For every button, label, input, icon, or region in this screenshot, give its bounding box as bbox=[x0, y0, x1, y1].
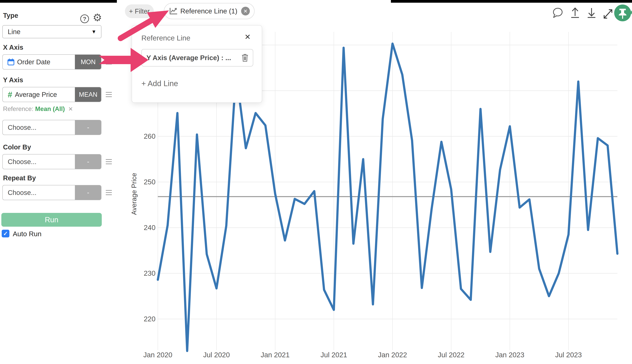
download-icon[interactable] bbox=[588, 8, 596, 18]
y-axis-field[interactable]: # Average Price MEAN bbox=[2, 87, 102, 102]
y-axis-heading: Y Axis bbox=[3, 76, 23, 84]
y-axis-title: Average Price bbox=[130, 173, 138, 215]
upload-icon[interactable] bbox=[571, 8, 579, 18]
x-tick-label: Jul 2021 bbox=[320, 351, 347, 359]
y-tick-label: 220 bbox=[144, 315, 156, 323]
reference-line-item-label: Y Axis (Average Price) : ... bbox=[146, 54, 242, 62]
x-axis-heading: X Axis bbox=[3, 44, 23, 51]
y-tick-label: 260 bbox=[144, 132, 156, 140]
expand-icon[interactable] bbox=[604, 10, 612, 18]
calendar-icon bbox=[7, 58, 15, 66]
popup-title: Reference Line bbox=[142, 34, 190, 42]
repeat-by-field[interactable]: Choose... - bbox=[2, 185, 102, 200]
reference-line-chip[interactable]: Reference Line (1) ✕ bbox=[164, 3, 254, 19]
x-tick-label: Jul 2020 bbox=[203, 351, 230, 359]
empty-aggregation-badge: - bbox=[75, 120, 102, 135]
run-button[interactable]: Run bbox=[1, 213, 102, 227]
x-axis-granularity-badge[interactable]: MON bbox=[75, 54, 102, 70]
chart-type-value: Line bbox=[8, 28, 20, 36]
x-axis-drag-handle[interactable] bbox=[106, 60, 112, 64]
y-axis-drag-handle[interactable] bbox=[106, 92, 112, 97]
chart-type-select[interactable]: Line ▼ bbox=[2, 25, 102, 38]
screen-edge-bar-left bbox=[0, 0, 117, 3]
y-axis-aggregation-badge[interactable]: MEAN bbox=[75, 87, 102, 102]
reference-line-chip-close-icon[interactable]: ✕ bbox=[241, 7, 250, 16]
x-tick-label: Jan 2023 bbox=[495, 351, 524, 359]
auto-run-checkbox[interactable]: ✓ bbox=[2, 230, 10, 238]
comment-icon[interactable] bbox=[554, 8, 562, 18]
reference-line-chip-label: Reference Line (1) bbox=[180, 7, 238, 15]
reference-line-popup: Reference Line ✕ Y Axis (Average Price) … bbox=[132, 25, 262, 103]
query-builder-sidebar: Type ? ⚙ Line ▼ X Axis Order Date MON Y … bbox=[0, 3, 115, 364]
x-axis-field[interactable]: Order Date MON bbox=[2, 54, 102, 70]
reference-summary: Reference: Mean (All) ✕ bbox=[3, 106, 73, 112]
repeat-by-heading: Repeat By bbox=[3, 174, 36, 182]
help-icon[interactable]: ? bbox=[80, 14, 89, 23]
empty-aggregation-badge: - bbox=[75, 185, 102, 200]
number-hash-icon: # bbox=[8, 90, 12, 99]
gear-icon[interactable]: ⚙ bbox=[93, 12, 102, 23]
trash-icon[interactable] bbox=[242, 54, 248, 62]
y-tick-label: 240 bbox=[144, 224, 156, 232]
screen-edge-bar-right bbox=[391, 0, 632, 3]
x-tick-label: Jan 2021 bbox=[260, 351, 290, 359]
pin-button[interactable] bbox=[614, 4, 631, 21]
reference-line-item[interactable]: Y Axis (Average Price) : ... bbox=[142, 49, 253, 66]
x-tick-label: Jul 2023 bbox=[555, 351, 582, 359]
repeat-by-drag-handle[interactable] bbox=[106, 190, 112, 195]
canvas-action-bar bbox=[548, 3, 632, 28]
color-by-heading: Color By bbox=[3, 144, 31, 151]
add-line-button[interactable]: + Add Line bbox=[142, 79, 178, 88]
chevron-down-icon: ▼ bbox=[91, 29, 96, 34]
reference-remove-icon[interactable]: ✕ bbox=[68, 106, 73, 112]
line-chart-icon bbox=[169, 7, 178, 15]
color-by-drag-handle[interactable] bbox=[106, 159, 112, 164]
x-tick-label: Jan 2020 bbox=[144, 351, 172, 359]
type-heading: Type bbox=[3, 12, 18, 19]
check-icon: ✓ bbox=[3, 230, 8, 237]
pin-edge-notch bbox=[631, 10, 632, 14]
y-tick-label: 230 bbox=[144, 269, 156, 277]
y-axis-secondary-field[interactable]: Choose... - bbox=[2, 120, 102, 135]
reference-prefix: Reference: bbox=[3, 106, 34, 112]
add-filter-button[interactable]: + Filter bbox=[125, 4, 154, 18]
color-by-field[interactable]: Choose... - bbox=[2, 154, 102, 169]
reference-value: Mean (All) bbox=[35, 106, 65, 112]
auto-run-label: Auto Run bbox=[13, 230, 42, 238]
x-tick-label: Jul 2022 bbox=[438, 351, 464, 359]
y-tick-label: 250 bbox=[144, 178, 156, 186]
x-tick-label: Jan 2022 bbox=[378, 351, 407, 359]
popup-close-icon[interactable]: ✕ bbox=[244, 32, 251, 41]
empty-aggregation-badge: - bbox=[75, 154, 102, 169]
